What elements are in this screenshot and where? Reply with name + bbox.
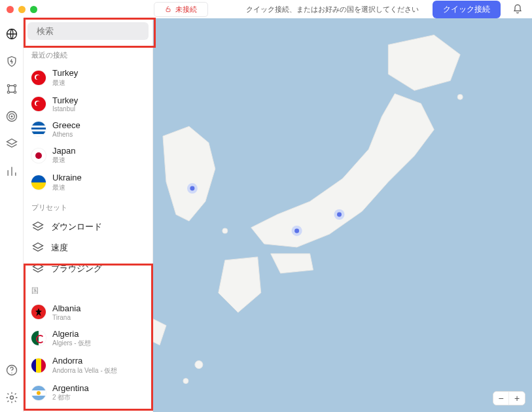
- shield-bolt-icon[interactable]: [5, 55, 18, 68]
- globe-icon[interactable]: [5, 27, 18, 41]
- country-sub: 2 都市: [52, 393, 89, 402]
- svg-point-16: [457, 94, 463, 99]
- unlocked-icon: [165, 6, 171, 12]
- country-item[interactable]: ArmeniaYerevan - 仮想: [24, 406, 152, 412]
- preset-item[interactable]: ダウンロード: [24, 216, 152, 237]
- country-name: Albania: [52, 303, 80, 314]
- country-sub: 最速: [52, 78, 78, 88]
- recent-item[interactable]: Japan最速: [24, 142, 152, 169]
- country-item[interactable]: Argentina2 都市: [24, 379, 152, 407]
- settings-icon[interactable]: [5, 391, 18, 404]
- recent-item[interactable]: Ukraine最速: [24, 169, 152, 196]
- help-icon[interactable]: [5, 364, 18, 377]
- preset-name: ブラウジング: [51, 264, 102, 274]
- svg-point-14: [183, 379, 188, 384]
- layers-icon: [31, 220, 44, 233]
- recent-section-label: 最近の接続: [24, 44, 152, 64]
- svg-point-15: [222, 228, 228, 233]
- country-name: Greece: [52, 120, 80, 131]
- maximize-window-button[interactable]: [30, 6, 37, 13]
- preset-name: ダウンロード: [51, 222, 102, 232]
- country-name: Andorra: [52, 356, 118, 366]
- svg-point-13: [195, 361, 203, 369]
- svg-point-10: [11, 373, 12, 373]
- window-controls: [7, 6, 37, 13]
- preset-item[interactable]: 速度: [24, 237, 152, 258]
- flag-icon: [31, 148, 46, 163]
- layers-icon: [31, 262, 44, 275]
- titlebar: 未接続 クイック接続、またはお好みの国を選択してください クイック接続: [0, 0, 532, 18]
- country-name: Argentina: [52, 383, 89, 394]
- country-sub: 最速: [52, 156, 75, 165]
- countries-section-label: 国: [24, 279, 152, 300]
- svg-point-11: [10, 396, 13, 400]
- country-item[interactable]: AlbaniaTirana: [24, 300, 152, 325]
- flag-icon: [31, 97, 46, 111]
- country-sub: Algiers - 仮想: [52, 339, 91, 348]
- search-input[interactable]: [37, 26, 147, 36]
- layers-icon: [31, 241, 44, 254]
- flag-icon: [31, 331, 46, 345]
- recent-item[interactable]: TurkeyIstanbul: [24, 92, 152, 117]
- recent-item[interactable]: Turkey最速: [24, 64, 152, 92]
- connection-status-text: 未接続: [175, 5, 197, 14]
- country-name: Turkey: [52, 95, 78, 106]
- mesh-icon[interactable]: [5, 82, 18, 95]
- country-sub: 最速: [52, 183, 82, 192]
- country-name: Ukraine: [52, 173, 82, 183]
- flag-icon: [31, 122, 46, 136]
- connection-status-pill: 未接続: [154, 2, 208, 17]
- title-message: クイック接続、またはお好みの国を選択してください: [246, 5, 419, 14]
- zoom-in-button[interactable]: +: [509, 392, 525, 405]
- notifications-icon[interactable]: [512, 4, 523, 14]
- minimize-window-button[interactable]: [18, 6, 26, 13]
- country-name: Japan: [52, 146, 75, 156]
- country-name: Turkey: [52, 68, 78, 78]
- country-name: Algeria: [52, 329, 91, 339]
- quick-connect-button[interactable]: クイック接続: [433, 1, 501, 18]
- layers-icon[interactable]: [5, 137, 18, 150]
- flag-icon: [31, 386, 46, 400]
- location-sidebar: 最近の接続 Turkey最速TurkeyIstanbulGreeceAthens…: [24, 18, 153, 412]
- search-field[interactable]: [27, 22, 149, 40]
- svg-point-8: [11, 116, 12, 117]
- target-icon[interactable]: [5, 110, 18, 123]
- preset-item[interactable]: ブラウジング: [24, 258, 152, 279]
- recent-item[interactable]: GreeceAthens: [24, 116, 152, 142]
- zoom-out-button[interactable]: −: [493, 392, 509, 405]
- country-sub: Tirana: [52, 314, 80, 321]
- map-view[interactable]: − +: [153, 18, 532, 412]
- flag-icon: [31, 175, 46, 190]
- svg-point-2: [7, 84, 9, 86]
- stats-icon[interactable]: [5, 165, 18, 178]
- svg-point-5: [14, 91, 16, 93]
- svg-rect-0: [166, 9, 170, 12]
- country-sub: Athens: [52, 131, 80, 138]
- icon-sidebar: [0, 18, 24, 412]
- country-item[interactable]: AlgeriaAlgiers - 仮想: [24, 325, 152, 352]
- zoom-controls: − +: [493, 391, 525, 405]
- flag-icon: [31, 358, 46, 373]
- svg-point-22: [294, 228, 299, 233]
- svg-point-4: [7, 91, 9, 93]
- flag-icon: [31, 71, 46, 85]
- preset-name: 速度: [51, 243, 68, 253]
- svg-point-20: [337, 213, 342, 217]
- country-item[interactable]: AndorraAndorra la Vella - 仮想: [24, 352, 152, 379]
- svg-point-3: [14, 84, 16, 86]
- close-window-button[interactable]: [7, 6, 14, 13]
- presets-section-label: プリセット: [24, 196, 152, 216]
- svg-point-18: [190, 186, 194, 191]
- flag-icon: [31, 305, 46, 319]
- country-sub: Istanbul: [52, 105, 78, 112]
- country-sub: Andorra la Vella - 仮想: [52, 366, 118, 375]
